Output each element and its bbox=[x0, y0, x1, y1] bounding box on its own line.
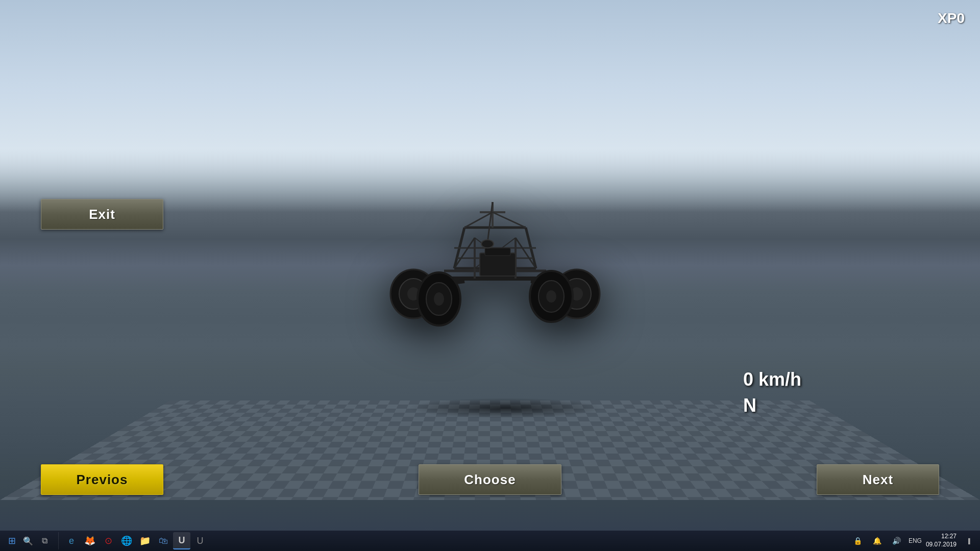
taskbar-time: 12:27 bbox=[926, 533, 957, 541]
taskbar-apps: e 🦊 ⊙ 🌐 📁 🛍 U U bbox=[58, 532, 209, 549]
taskbar-network-icon[interactable]: 🔒 bbox=[850, 533, 866, 548]
taskbar-left: ⊞ 🔍 ⧉ bbox=[4, 533, 52, 548]
previous-button[interactable]: Previos bbox=[41, 464, 163, 495]
svg-line-7 bbox=[493, 212, 526, 228]
car-chassis-svg bbox=[362, 187, 618, 330]
svg-rect-33 bbox=[485, 248, 510, 256]
taskbar-clock[interactable]: 12:27 09.07.2019 bbox=[926, 533, 957, 548]
taskbar-language[interactable]: ENG bbox=[909, 537, 922, 544]
speed-value: 0 km/h bbox=[743, 367, 801, 392]
taskbar-edge-icon[interactable]: e bbox=[63, 532, 80, 549]
next-button[interactable]: Next bbox=[817, 464, 939, 495]
xp-display: XP0 bbox=[938, 10, 965, 27]
exit-button-container: Exit bbox=[41, 199, 163, 230]
choose-button[interactable]: Choose bbox=[419, 464, 561, 495]
taskbar-store-icon[interactable]: 🛍 bbox=[155, 532, 172, 549]
taskbar-date: 09.07.2019 bbox=[926, 541, 957, 549]
exit-button[interactable]: Exit bbox=[41, 199, 163, 230]
taskbar: ⊞ 🔍 ⧉ e 🦊 ⊙ 🌐 📁 🛍 U U bbox=[0, 531, 980, 551]
taskbar-right: 🔒 🔔 🔊 ENG 12:27 09.07.2019 ▐ bbox=[850, 533, 976, 548]
taskbar-chrome-icon[interactable]: 🌐 bbox=[118, 532, 135, 549]
game-viewport: XP0 0 km/h N Exit Previos Choose Next bbox=[0, 0, 980, 531]
svg-rect-32 bbox=[480, 253, 516, 276]
start-button[interactable]: ⊞ bbox=[4, 533, 19, 548]
bottom-nav: Previos Choose Next bbox=[0, 464, 980, 495]
task-view-button[interactable]: ⧉ bbox=[37, 533, 52, 548]
taskbar-show-desktop[interactable]: ▐ bbox=[961, 533, 976, 548]
speed-display: 0 km/h N bbox=[743, 367, 801, 418]
car-model bbox=[362, 187, 618, 330]
svg-point-35 bbox=[481, 240, 494, 248]
taskbar-opera-icon[interactable]: ⊙ bbox=[100, 532, 117, 549]
gear-value: N bbox=[743, 393, 801, 418]
taskbar-ue4-icon[interactable]: U bbox=[173, 532, 190, 549]
car-shadow bbox=[408, 398, 602, 418]
taskbar-volume-icon[interactable]: 🔊 bbox=[889, 533, 904, 548]
svg-point-28 bbox=[434, 292, 444, 306]
xp-value: XP0 bbox=[938, 10, 965, 26]
taskbar-ue4-2-icon[interactable]: U bbox=[191, 532, 209, 549]
taskbar-explorer-icon[interactable]: 📁 bbox=[136, 532, 154, 549]
taskbar-browser-icon[interactable]: 🦊 bbox=[81, 532, 99, 549]
sky-background bbox=[0, 0, 980, 212]
taskbar-notification-icon[interactable]: 🔔 bbox=[870, 533, 885, 548]
search-button[interactable]: 🔍 bbox=[20, 533, 36, 548]
svg-line-6 bbox=[464, 212, 493, 228]
svg-point-31 bbox=[546, 290, 556, 303]
